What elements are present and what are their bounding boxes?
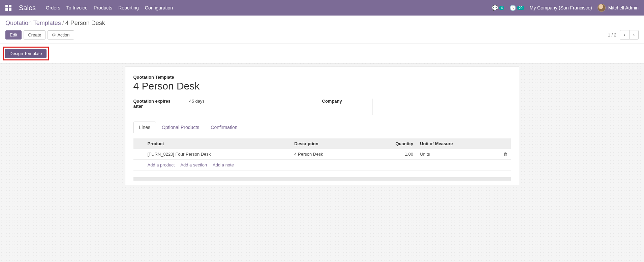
tabs: Lines Optional Products Confirmation <box>133 122 511 133</box>
apps-icon[interactable] <box>5 5 11 11</box>
tab-lines[interactable]: Lines <box>133 122 156 133</box>
menu-orders[interactable]: Orders <box>46 5 60 10</box>
clock-icon: 🕓 <box>510 5 516 11</box>
activities-badge: 20 <box>517 6 524 10</box>
tab-optional-products[interactable]: Optional Products <box>156 122 205 133</box>
gear-icon: ⚙ <box>52 32 56 37</box>
edit-button[interactable]: Edit <box>5 30 22 40</box>
pager-next[interactable]: › <box>629 30 639 40</box>
add-row: Add a product Add a section Add a note <box>133 160 511 171</box>
menu-configuration[interactable]: Configuration <box>145 5 173 10</box>
add-product-link[interactable]: Add a product <box>148 162 175 167</box>
form-sheet: Quotation Template 4 Person Desk Quotati… <box>125 66 519 185</box>
cell-product: [FURN_8220] Four Person Desk <box>144 149 291 160</box>
user-menu[interactable]: Mitchell Admin <box>597 4 639 12</box>
user-name: Mitchell Admin <box>608 5 639 10</box>
breadcrumb-current: 4 Person Desk <box>65 20 105 27</box>
add-section-link[interactable]: Add a section <box>180 162 207 167</box>
messages-badge: 4 <box>499 6 504 10</box>
company-selector[interactable]: My Company (San Francisco) <box>530 5 592 10</box>
highlight-box: Design Template <box>3 47 49 60</box>
cell-description: 4 Person Desk <box>291 149 365 160</box>
pager-prev[interactable]: ‹ <box>620 30 629 40</box>
add-note-link[interactable]: Add a note <box>213 162 234 167</box>
tab-confirmation[interactable]: Confirmation <box>205 122 243 133</box>
title-label: Quotation Template <box>133 75 511 80</box>
status-bar: Design Template <box>0 44 644 63</box>
action-button[interactable]: ⚙Action <box>48 30 74 40</box>
menu-reporting[interactable]: Reporting <box>118 5 139 10</box>
lines-table: Product Description Quantity Unit of Mea… <box>133 138 511 171</box>
th-product: Product <box>144 138 291 149</box>
footer-bar <box>133 177 511 181</box>
action-label: Action <box>57 32 69 37</box>
th-uom: Unit of Measure <box>417 138 499 149</box>
table-row[interactable]: [FURN_8220] Four Person Desk 4 Person De… <box>133 149 511 160</box>
design-template-button[interactable]: Design Template <box>5 49 47 58</box>
chat-icon: 💬 <box>492 5 498 11</box>
control-panel: Quotation Templates / 4 Person Desk Edit… <box>0 16 644 44</box>
cell-quantity: 1.00 <box>365 149 417 160</box>
breadcrumb: Quotation Templates / 4 Person Desk <box>5 20 639 27</box>
company-value <box>373 99 511 115</box>
breadcrumb-parent[interactable]: Quotation Templates <box>5 20 61 27</box>
navbar: Sales Orders To Invoice Products Reporti… <box>0 0 644 16</box>
create-button[interactable]: Create <box>24 30 45 40</box>
menu-to-invoice[interactable]: To Invoice <box>66 5 88 10</box>
avatar <box>597 4 606 12</box>
th-description: Description <box>291 138 365 149</box>
activities-indicator[interactable]: 🕓 20 <box>510 5 524 11</box>
menu-products[interactable]: Products <box>94 5 112 10</box>
pager-text: 1 / 2 <box>608 32 616 37</box>
brand[interactable]: Sales <box>19 4 36 12</box>
expiry-label: Quotation expires after <box>133 99 184 115</box>
cell-uom: Units <box>417 149 499 160</box>
expiry-value: 45 days <box>184 99 322 115</box>
breadcrumb-sep: / <box>62 20 64 27</box>
trash-icon[interactable]: 🗑 <box>503 152 508 157</box>
page-title: 4 Person Desk <box>133 80 511 92</box>
messages-indicator[interactable]: 💬 4 <box>492 5 504 11</box>
company-label: Company <box>322 99 373 115</box>
th-quantity: Quantity <box>365 138 417 149</box>
